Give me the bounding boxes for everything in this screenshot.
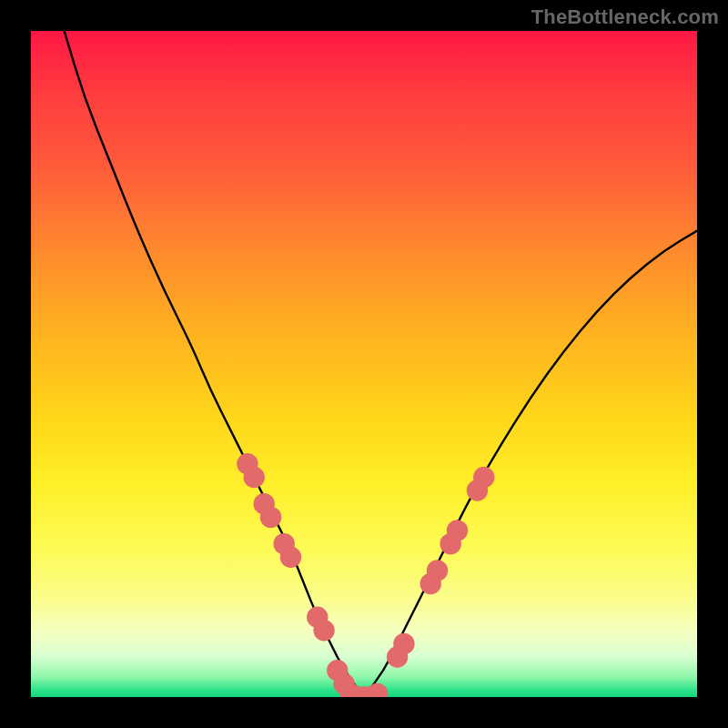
chart-frame: TheBottleneck.com — [0, 0, 728, 728]
curve-layer — [31, 31, 697, 697]
marker-dot — [473, 467, 494, 488]
marker-dot — [313, 620, 334, 641]
marker-dot — [447, 520, 468, 541]
marker-dot — [367, 683, 388, 697]
plot-area — [31, 31, 697, 697]
v-curve — [65, 31, 697, 691]
marker-dot — [260, 507, 281, 528]
marker-dot — [427, 560, 448, 581]
marker-dot — [393, 633, 414, 654]
marker-dot — [244, 467, 265, 488]
watermark-text: TheBottleneck.com — [531, 5, 719, 29]
curve-markers — [237, 453, 494, 697]
marker-dot — [280, 547, 301, 568]
